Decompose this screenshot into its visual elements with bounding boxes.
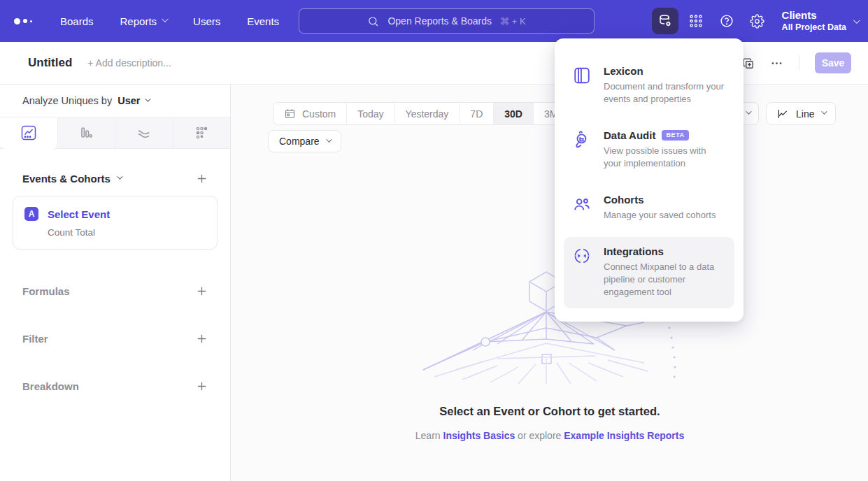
insights-basics-link[interactable]: Insights Basics: [443, 430, 515, 441]
menu-item-description: Manage your saved cohorts: [604, 209, 716, 222]
save-button[interactable]: Save: [815, 52, 851, 73]
date-range-today[interactable]: Today: [347, 103, 394, 124]
menu-item-description: Connect Mixpanel to a data pipeline or c…: [604, 261, 726, 299]
event-metric-dropdown[interactable]: Count Total: [48, 227, 206, 238]
date-range-custom[interactable]: Custom: [273, 103, 347, 124]
top-nav: Boards Reports Users Events Open Reports…: [0, 0, 868, 42]
settings-button[interactable]: [744, 8, 771, 34]
empty-state: Select an Event or Cohort to get started…: [232, 405, 868, 441]
plus-icon: [196, 173, 208, 185]
nav-item-label: Users: [193, 15, 220, 27]
tab-bar-chart[interactable]: [58, 117, 116, 148]
add-description-field[interactable]: + Add description...: [87, 57, 171, 69]
date-range-yesterday[interactable]: Yesterday: [395, 103, 460, 124]
nav-item-users[interactable]: Users: [193, 15, 220, 27]
menu-item-title: Cohorts: [604, 194, 716, 206]
more-options-button[interactable]: [770, 57, 783, 70]
event-card[interactable]: A Select Event Count Total: [13, 196, 218, 250]
menu-item-title-text: Data Audit: [604, 129, 655, 141]
help-icon: [719, 13, 734, 29]
nav-item-reports[interactable]: Reports: [120, 15, 167, 27]
sidebar-body: Events & Cohorts A Select Event Count To…: [0, 173, 230, 392]
date-range-30d[interactable]: 30D: [494, 103, 534, 124]
menu-item-integrations[interactable]: Integrations Connect Mixpanel to a data …: [564, 237, 734, 308]
flow-icon: [136, 125, 152, 141]
events-cohorts-toggle[interactable]: Events & Cohorts: [22, 173, 121, 185]
chart-type-dropdown-button[interactable]: Line: [766, 102, 836, 125]
chevron-down-icon: [162, 15, 169, 22]
menu-item-description: Document and transform your events and p…: [604, 80, 726, 106]
plus-icon: [196, 380, 208, 392]
example-reports-link[interactable]: Example Insights Reports: [564, 430, 684, 441]
plus-icon: [196, 285, 208, 297]
apps-grid-button[interactable]: [683, 8, 709, 34]
chevron-down-icon: [326, 136, 332, 142]
menu-item-description: View possible issues with your implement…: [604, 145, 726, 170]
tab-line-chart[interactable]: [0, 117, 58, 149]
formulas-label: Formulas: [22, 285, 70, 297]
event-series-badge: A: [24, 207, 38, 221]
nav-menu: Boards Reports Users Events: [60, 15, 279, 27]
add-filter-button[interactable]: [196, 333, 208, 345]
section-title: Events & Cohorts: [22, 173, 111, 185]
menu-item-title: Data Audit BETA: [604, 129, 726, 141]
add-breakdown-button[interactable]: [196, 380, 208, 392]
account-text: Clients All Project Data: [782, 9, 846, 33]
more-dots-icon: [770, 57, 783, 70]
search-placeholder: Open Reports & Boards: [387, 15, 492, 27]
empty-state-links: Learn Insights Basics or explore Example…: [232, 430, 868, 441]
chevron-down-icon: [853, 17, 860, 24]
chevron-down-icon: [145, 96, 151, 101]
empty-link-middle: or explore: [518, 430, 561, 441]
analyze-label: Analyze Uniques by: [22, 95, 112, 106]
compare-label: Compare: [279, 136, 320, 147]
mixpanel-logo-icon[interactable]: [14, 18, 45, 24]
chevron-down-icon: [746, 108, 751, 114]
database-gear-icon: [657, 13, 673, 29]
menu-item-data-audit[interactable]: Data Audit BETA View possible issues wit…: [564, 121, 734, 180]
date-range-7d[interactable]: 7D: [460, 103, 494, 124]
compare-dropdown-button[interactable]: Compare: [268, 130, 341, 152]
analyze-entity-dropdown[interactable]: User: [118, 95, 149, 106]
chart-type-tabs: [0, 117, 230, 149]
tab-flow-chart[interactable]: [115, 117, 173, 148]
add-event-button[interactable]: [196, 173, 208, 185]
report-title[interactable]: Untitled: [28, 56, 72, 70]
tab-metric-chart[interactable]: [173, 117, 231, 148]
breakdown-label: Breakdown: [22, 380, 79, 392]
integrations-sync-icon: [572, 245, 592, 299]
project-switcher[interactable]: Clients All Project Data: [782, 9, 858, 33]
menu-item-text: Lexicon Document and transform your even…: [604, 65, 726, 106]
data-management-menu: Lexicon Document and transform your even…: [555, 38, 744, 322]
select-event-button[interactable]: Select Event: [48, 208, 110, 220]
search-icon: [367, 15, 379, 27]
bar-chart-icon: [78, 125, 94, 141]
menu-item-title: Integrations: [604, 245, 726, 257]
cohorts-people-icon: [572, 194, 592, 222]
nav-item-label: Boards: [60, 15, 94, 27]
date-range-label: Custom: [302, 108, 336, 120]
nav-item-label: Events: [247, 15, 279, 27]
breakdown-section: Breakdown: [22, 380, 208, 392]
date-range-label: Today: [357, 108, 383, 120]
global-search-input[interactable]: Open Reports & Boards ⌘ + K: [299, 8, 595, 34]
add-formula-button[interactable]: [196, 285, 208, 297]
date-range-label: 7D: [470, 108, 483, 120]
chevron-down-icon: [822, 108, 827, 114]
menu-item-lexicon[interactable]: Lexicon Document and transform your even…: [564, 57, 734, 115]
gear-icon: [750, 14, 764, 29]
help-button[interactable]: [713, 8, 740, 34]
menu-item-cohorts[interactable]: Cohorts Manage your saved cohorts: [564, 185, 734, 231]
plus-icon: [196, 333, 208, 345]
query-sidebar: Analyze Uniques by User: [0, 85, 231, 481]
nav-item-boards[interactable]: Boards: [60, 15, 94, 27]
line-chart-icon: [21, 125, 36, 141]
empty-link-prefix: Learn: [415, 430, 441, 441]
nav-item-events[interactable]: Events: [247, 15, 279, 27]
project-name: All Project Data: [782, 22, 846, 33]
data-management-button[interactable]: [652, 8, 678, 34]
menu-item-text: Data Audit BETA View possible issues wit…: [604, 129, 726, 170]
menu-item-title: Lexicon: [604, 65, 726, 77]
menu-item-text: Integrations Connect Mixpanel to a data …: [604, 245, 726, 299]
empty-state-heading: Select an Event or Cohort to get started…: [232, 405, 868, 418]
